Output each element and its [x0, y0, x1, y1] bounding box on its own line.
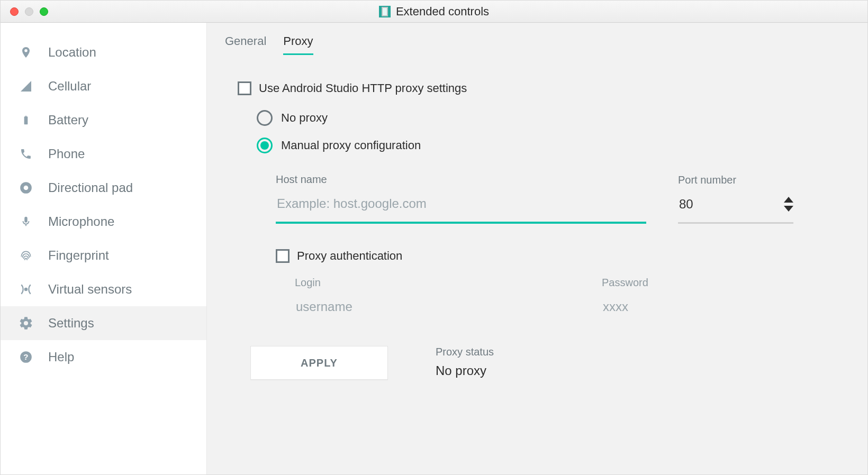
sidebar-item-phone[interactable]: Phone: [1, 137, 206, 171]
radio-no-proxy-label: No proxy: [281, 111, 328, 125]
cellular-icon: [19, 79, 33, 94]
password-label: Password: [602, 277, 739, 289]
login-input: [295, 297, 432, 316]
help-icon: ?: [19, 350, 33, 364]
sidebar-item-label: Microphone: [48, 214, 114, 229]
chevron-down-icon: [784, 206, 793, 212]
tabs: General Proxy: [225, 34, 849, 55]
input-underline: [276, 222, 646, 224]
radio-no-proxy[interactable]: No proxy: [257, 110, 849, 126]
window-title: Extended controls: [396, 5, 489, 19]
sidebar-item-label: Virtual sensors: [48, 282, 132, 297]
minimize-window-button[interactable]: [25, 7, 33, 16]
sidebar-item-battery[interactable]: Battery: [1, 103, 206, 137]
sidebar-item-label: Cellular: [48, 79, 91, 94]
password-input: [602, 297, 739, 316]
proxy-status: Proxy status No proxy: [436, 346, 494, 378]
sidebar-item-help[interactable]: ? Help: [1, 340, 206, 374]
sensors-icon: [19, 282, 33, 297]
sidebar-item-virtual-sensors[interactable]: Virtual sensors: [1, 272, 206, 306]
svg-text:?: ?: [23, 352, 28, 361]
tab-general[interactable]: General: [225, 34, 266, 55]
checkbox-icon: [238, 81, 251, 95]
host-port-fields: Host name Port number: [238, 173, 849, 224]
sidebar: Location Cellular Battery Phone: [1, 23, 207, 474]
proxy-pane: Use Android Studio HTTP proxy settings N…: [225, 55, 849, 380]
input-underline: [678, 222, 793, 224]
sidebar-item-label: Fingerprint: [48, 248, 109, 263]
proxy-status-value: No proxy: [436, 363, 494, 378]
traffic-lights: [1, 7, 48, 16]
sidebar-item-label: Directional pad: [48, 180, 133, 195]
sidebar-item-cellular[interactable]: Cellular: [1, 69, 206, 103]
sidebar-item-label: Location: [48, 45, 96, 60]
svg-point-2: [24, 288, 28, 291]
settings-icon: [19, 316, 33, 331]
use-studio-proxy-checkbox[interactable]: Use Android Studio HTTP proxy settings: [238, 81, 849, 95]
sidebar-item-label: Phone: [48, 147, 85, 161]
location-icon: [19, 45, 33, 60]
svg-point-1: [24, 186, 29, 190]
port-stepper[interactable]: [784, 197, 793, 212]
sidebar-item-fingerprint[interactable]: Fingerprint: [1, 239, 206, 272]
window: Extended controls Location Cellular: [0, 0, 868, 475]
radio-icon: [257, 110, 273, 126]
chevron-up-icon: [784, 197, 793, 203]
port-label: Port number: [678, 174, 793, 186]
sidebar-item-dpad[interactable]: Directional pad: [1, 171, 206, 205]
fingerprint-icon: [19, 248, 33, 263]
action-row: APPLY Proxy status No proxy: [238, 346, 849, 380]
microphone-icon: [19, 214, 33, 229]
close-window-button[interactable]: [10, 7, 19, 16]
sidebar-item-label: Help: [48, 350, 74, 364]
host-label: Host name: [276, 173, 646, 186]
password-field: Password: [602, 277, 739, 316]
sidebar-item-label: Battery: [48, 113, 88, 127]
login-field: Login: [295, 277, 432, 316]
host-input[interactable]: [276, 194, 646, 213]
sidebar-item-location[interactable]: Location: [1, 35, 206, 69]
port-input[interactable]: [678, 195, 710, 214]
use-studio-proxy-label: Use Android Studio HTTP proxy settings: [259, 81, 467, 95]
proxy-mode-radio-group: No proxy Manual proxy configuration: [238, 110, 849, 153]
checkbox-icon: [276, 249, 290, 263]
apply-button[interactable]: APPLY: [250, 346, 388, 380]
sidebar-item-settings[interactable]: Settings: [1, 306, 206, 340]
radio-manual-proxy[interactable]: Manual proxy configuration: [257, 138, 849, 153]
auth-fields: Login Password: [238, 277, 849, 316]
radio-manual-proxy-label: Manual proxy configuration: [281, 139, 421, 152]
sidebar-item-microphone[interactable]: Microphone: [1, 205, 206, 239]
zoom-window-button[interactable]: [40, 7, 48, 16]
proxy-auth-checkbox[interactable]: Proxy authentication: [238, 249, 849, 263]
port-field: Port number: [678, 174, 793, 224]
window-body: Location Cellular Battery Phone: [1, 23, 867, 474]
login-label: Login: [295, 277, 432, 289]
proxy-auth-label: Proxy authentication: [297, 249, 402, 263]
phone-icon: [19, 147, 33, 161]
host-field: Host name: [276, 173, 646, 224]
dpad-icon: [19, 180, 33, 195]
proxy-status-label: Proxy status: [436, 346, 494, 358]
title: Extended controls: [1, 5, 867, 19]
titlebar: Extended controls: [1, 1, 867, 23]
radio-icon: [257, 138, 273, 153]
tab-proxy[interactable]: Proxy: [283, 34, 313, 55]
battery-icon: [19, 113, 33, 127]
content: General Proxy Use Android Studio HTTP pr…: [207, 23, 867, 474]
sidebar-item-label: Settings: [48, 316, 94, 331]
app-icon: [379, 6, 391, 17]
